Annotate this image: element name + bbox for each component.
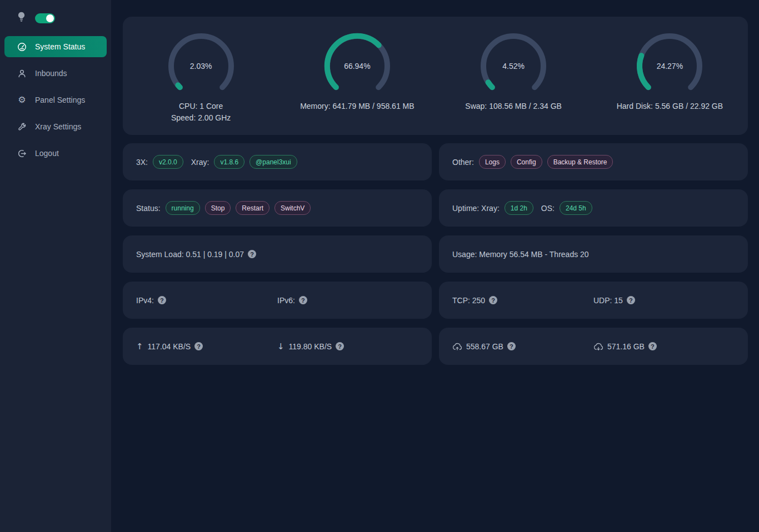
question-circle-icon[interactable]: ? (299, 296, 307, 304)
ipv6-label: IPv6: (277, 296, 295, 305)
cpu-info-line2: Speed: 2.00 GHz (171, 112, 231, 124)
system-load-text: System Load: 0.51 | 0.19 | 0.07 (136, 250, 244, 259)
question-circle-icon[interactable]: ? (627, 296, 635, 304)
xray-version-badge: v1.8.6 (214, 155, 244, 169)
system-gauges-card: 2.03% CPU: 1 Core Speed: 2.00 GHz 66.94%… (123, 17, 748, 135)
uptime-card: Uptime: Xray: 1d 2h OS: 24d 5h (439, 189, 748, 227)
status-running-badge: running (166, 201, 200, 215)
user-icon (17, 69, 27, 78)
theme-row (0, 0, 111, 33)
usage-card: Usage: Memory 56.54 MB - Threads 20 (439, 235, 748, 273)
arrow-down-icon: ↓ (277, 342, 284, 352)
lightbulb-icon (17, 12, 26, 25)
question-circle-icon[interactable]: ? (648, 342, 657, 350)
download-speed: 119.80 KB/S (289, 342, 332, 351)
usage-text: Usage: Memory 56.54 MB - Threads 20 (452, 250, 589, 259)
cpu-info-line1: CPU: 1 Core (179, 101, 223, 112)
disk-info-line1: Hard Disk: 5.56 GB / 22.92 GB (617, 101, 723, 112)
logs-button[interactable]: Logs (479, 155, 506, 169)
sidebar-item-inbounds[interactable]: Inbounds (4, 63, 107, 84)
swap-info-line1: Swap: 108.56 MB / 2.34 GB (465, 101, 562, 112)
main-content: 2.03% CPU: 1 Core Speed: 2.00 GHz 66.94%… (111, 0, 759, 532)
uptime-xray-label: Uptime: Xray: (452, 204, 500, 213)
sidebar-item-xray-settings[interactable]: Xray Settings (4, 116, 107, 137)
question-circle-icon[interactable]: ? (158, 296, 166, 304)
arrow-up-icon: ↑ (136, 342, 143, 352)
tcp-count: TCP: 250 (452, 296, 485, 305)
panel-version-label: 3X: (136, 158, 148, 167)
sidebar-menu: System Status Inbounds ⚙ Panel Settings … (0, 33, 111, 167)
logout-icon (17, 149, 27, 158)
connections-card: TCP: 250 ? UDP: 15 ? (439, 282, 748, 319)
sidebar-item-label: Xray Settings (35, 122, 81, 131)
wrench-icon (17, 122, 27, 132)
cpu-percent: 2.03% (167, 32, 236, 101)
disk-percent: 24.27% (635, 32, 704, 101)
uptime-os-label: OS: (541, 204, 555, 213)
ipv4-block: IPv4: ? (136, 296, 277, 305)
other-label: Other: (452, 158, 474, 167)
panel-version-badge: v2.0.0 (153, 155, 183, 169)
question-circle-icon[interactable]: ? (507, 342, 516, 350)
memory-info-line1: Memory: 641.79 MB / 958.61 MB (300, 101, 414, 112)
question-circle-icon[interactable]: ? (489, 296, 497, 304)
upload-total: 558.67 GB (466, 342, 503, 351)
download-total-block: 571.16 GB ? (593, 342, 735, 351)
ipv4-label: IPv4: (136, 296, 154, 305)
traffic-total-card: 558.67 GB ? 571.16 GB ? (439, 328, 748, 365)
download-speed-block: ↓ 119.80 KB/S ? (277, 342, 418, 352)
other-card: Other: Logs Config Backup & Restore (439, 143, 748, 180)
gauge-disk: 24.27% Hard Disk: 5.56 GB / 22.92 GB (592, 17, 748, 135)
upload-speed-block: ↑ 117.04 KB/S ? (136, 342, 277, 352)
backup-restore-button[interactable]: Backup & Restore (547, 155, 613, 169)
dashboard-icon (17, 42, 27, 52)
question-circle-icon[interactable]: ? (248, 250, 256, 258)
sidebar-item-logout[interactable]: Logout (4, 143, 107, 164)
restart-button[interactable]: Restart (236, 201, 269, 215)
download-total: 571.16 GB (607, 342, 645, 351)
udp-block: UDP: 15 ? (593, 296, 735, 305)
gauge-memory: 66.94% Memory: 641.79 MB / 958.61 MB (279, 17, 435, 135)
switch-version-button[interactable]: SwitchV (274, 201, 311, 215)
swap-percent: 4.52% (479, 32, 548, 101)
sidebar: System Status Inbounds ⚙ Panel Settings … (0, 0, 111, 532)
sidebar-item-label: System Status (35, 42, 85, 51)
telegram-badge[interactable]: @panel3xui (249, 155, 297, 169)
udp-count: UDP: 15 (593, 296, 623, 305)
uptime-xray-badge: 1d 2h (505, 201, 533, 215)
cloud-download-icon (593, 342, 603, 351)
sidebar-item-label: Inbounds (35, 69, 67, 78)
gauge-cpu: 2.03% CPU: 1 Core Speed: 2.00 GHz (123, 17, 279, 135)
xray-status-card: Status: running Stop Restart SwitchV (123, 189, 432, 227)
gear-icon: ⚙ (17, 96, 27, 104)
version-card: 3X: v2.0.0 Xray: v1.8.6 @panel3xui (123, 143, 432, 180)
question-circle-icon[interactable]: ? (194, 342, 203, 350)
dark-theme-toggle[interactable] (35, 13, 55, 23)
status-label: Status: (136, 204, 161, 213)
sidebar-item-label: Panel Settings (35, 96, 85, 104)
info-grid: 3X: v2.0.0 Xray: v1.8.6 @panel3xui Other… (123, 143, 748, 365)
ip-card: IPv4: ? IPv6: ? (123, 282, 432, 319)
config-button[interactable]: Config (511, 155, 542, 169)
upload-speed: 117.04 KB/S (148, 342, 191, 351)
memory-percent: 66.94% (323, 32, 392, 101)
xray-version-label: Xray: (191, 158, 209, 167)
uptime-os-badge: 24d 5h (560, 201, 592, 215)
network-speed-card: ↑ 117.04 KB/S ? ↓ 119.80 KB/S ? (123, 328, 432, 365)
cloud-upload-icon (452, 342, 462, 351)
upload-total-block: 558.67 GB ? (452, 342, 593, 351)
sidebar-item-panel-settings[interactable]: ⚙ Panel Settings (4, 89, 107, 111)
gauge-swap: 4.52% Swap: 108.56 MB / 2.34 GB (436, 17, 592, 135)
sidebar-item-label: Logout (35, 149, 59, 158)
tcp-block: TCP: 250 ? (452, 296, 593, 305)
question-circle-icon[interactable]: ? (336, 342, 344, 350)
ipv6-block: IPv6: ? (277, 296, 418, 305)
toggle-knob (46, 14, 54, 22)
sidebar-item-system-status[interactable]: System Status (4, 36, 107, 57)
system-load-card: System Load: 0.51 | 0.19 | 0.07 ? (123, 235, 432, 273)
stop-button[interactable]: Stop (205, 201, 231, 215)
